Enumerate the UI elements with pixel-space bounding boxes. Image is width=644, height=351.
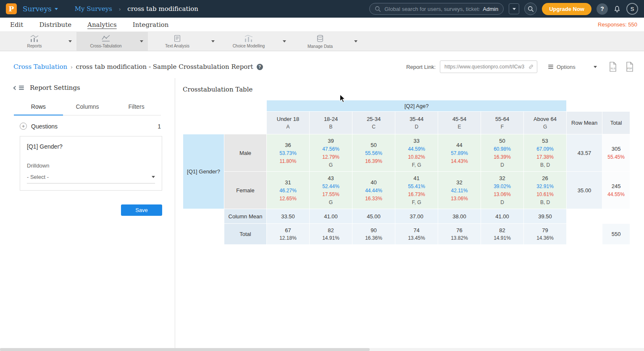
user-avatar[interactable]: S	[626, 3, 638, 15]
section-nav: Edit Distribute Analytics Integration Re…	[0, 18, 644, 32]
search-scope-dropdown[interactable]	[509, 3, 519, 14]
column-mean-cell: 41.00	[310, 209, 352, 224]
topbar: P Surveys My Surveys › cross tab modific…	[0, 0, 644, 18]
data-cell: 3344.59%10.82%F, G	[395, 134, 438, 172]
column-header: 18-24B	[310, 112, 352, 134]
notifications-bell-icon[interactable]	[613, 5, 621, 13]
row-label-male: Male	[224, 134, 267, 172]
save-button[interactable]: Save	[121, 204, 162, 216]
settings-tabs: Rows Columns Filters	[14, 99, 161, 115]
toolbar-item-cross-tabulation[interactable]: Cross-Tabulation	[76, 32, 148, 51]
data-cell: 4044.44%16.33%	[352, 172, 395, 209]
column-header: 35-44D	[395, 112, 438, 134]
column-group-header: [Q2] Age?	[267, 100, 567, 112]
column-header: 55-64F	[481, 112, 524, 134]
chevron-down-icon	[152, 176, 155, 178]
drilldown-label: Drilldown	[27, 162, 155, 169]
product-switcher[interactable]: Surveys	[23, 5, 58, 13]
report-header-bar: Cross Tabulation › cross tab modificatio…	[0, 51, 644, 78]
column-header: Under 18A	[267, 112, 310, 134]
search-icon	[528, 6, 534, 12]
question-card[interactable]: [Q1] Gender? Drilldown - Select -	[20, 136, 162, 191]
toolbar-item-reports[interactable]: Reports	[5, 32, 76, 51]
breadcrumb-separator: ›	[119, 6, 121, 12]
analytics-toolbar: Reports Cross-Tabulation Text Analysis C…	[0, 32, 644, 51]
export-xls-button[interactable]: XLS	[609, 62, 617, 72]
row-mean-cell: 43.57	[567, 134, 602, 172]
column-mean-cell: 41.00	[481, 209, 524, 224]
total-row-cell: 6712.18%	[267, 224, 310, 245]
report-link-label: Report Link:	[406, 64, 436, 70]
help-icon[interactable]: ?	[257, 64, 263, 70]
responses-count: Responses: 550	[598, 21, 637, 28]
help-button[interactable]: ?	[597, 3, 608, 15]
link-icon[interactable]	[528, 63, 534, 70]
report-link-input[interactable]	[440, 60, 537, 73]
total-row-cell: 8214.91%	[481, 224, 524, 245]
tab-rows[interactable]: Rows	[14, 99, 63, 115]
toolbar-label: Reports	[27, 44, 42, 48]
tab-distribute[interactable]: Distribute	[39, 21, 71, 29]
total-row-label: Total	[224, 224, 267, 245]
toolbar-item-choice-modelling[interactable]: Choice Modelling	[219, 32, 291, 51]
global-search-input[interactable]	[384, 6, 479, 12]
data-cell: 3653.73%11.80%	[267, 134, 310, 172]
questionpro-logo[interactable]: P	[6, 3, 17, 14]
options-dropdown[interactable]: Options	[548, 64, 597, 70]
crosstab-table: [Q2] Age? Under 18A 18-24B 25-34C 35-44D…	[183, 100, 630, 245]
crosstab-main: Crosstabulation Table [Q2] Age? Under 18…	[175, 78, 644, 351]
table-row-male: [Q1] Gender? Male 3653.73%11.80% 3947.56…	[183, 134, 630, 172]
cross-tabulation-dropdown-caret[interactable]	[135, 32, 148, 51]
row-mean-cell: 35.00	[567, 172, 602, 209]
tab-columns[interactable]: Columns	[63, 99, 112, 115]
drilldown-selected-value: - Select -	[27, 174, 49, 180]
total-row-cell: 9016.36%	[352, 224, 395, 245]
data-cell: 4457.89%14.43%	[438, 134, 481, 172]
crosstab-section-title: Crosstabulation Table	[183, 86, 634, 93]
toolbar-label: Text Analysis	[165, 44, 189, 48]
column-header: 45-54E	[438, 112, 481, 134]
scrollbar-thumb[interactable]	[0, 348, 370, 351]
tab-integration[interactable]: Integration	[133, 21, 169, 29]
options-label: Options	[557, 64, 576, 70]
question-title: [Q1] Gender?	[27, 143, 155, 150]
column-mean-row: Column Mean 33.50 41.00 45.00 37.00 38.0…	[183, 209, 630, 224]
pdf-icon: PDF	[626, 62, 634, 72]
add-question-icon[interactable]	[20, 123, 27, 130]
tab-filters[interactable]: Filters	[112, 99, 161, 115]
my-surveys-link[interactable]: My Surveys	[75, 5, 112, 13]
search-button[interactable]	[524, 3, 537, 15]
cross-tabulation-breadcrumb-link[interactable]: Cross Tabulation	[13, 63, 67, 71]
choice-modelling-dropdown-caret[interactable]	[278, 32, 291, 51]
manage-data-dropdown-caret[interactable]	[350, 32, 362, 51]
export-pdf-button[interactable]: PDF	[626, 62, 634, 72]
total-row-cell: 7613.82%	[438, 224, 481, 245]
drilldown-select[interactable]: - Select -	[27, 174, 155, 183]
toolbar-item-manage-data[interactable]: Manage Data	[291, 32, 362, 51]
upgrade-button[interactable]: Upgrade Now	[542, 3, 591, 15]
toolbar-label: Manage Data	[308, 44, 333, 49]
data-cell: 4155.41%16.73%F, G	[395, 172, 438, 209]
collapse-panel-button[interactable]	[14, 85, 24, 91]
data-cell: 3239.02%13.06%D	[481, 172, 524, 209]
questions-count: 1	[158, 123, 161, 130]
search-icon	[375, 6, 381, 12]
horizontal-scrollbar[interactable]	[0, 348, 644, 351]
report-title: cross tab modification - Sample Crosstab…	[76, 63, 253, 71]
global-search[interactable]: Admin	[369, 3, 504, 15]
questions-label: Questions	[31, 123, 58, 130]
text-analysis-dropdown-caret[interactable]	[207, 32, 219, 51]
tab-analytics[interactable]: Analytics	[87, 21, 117, 29]
data-cell: 5060.98%16.39%D	[481, 134, 524, 172]
grand-total-cell: 550	[602, 224, 630, 245]
reports-dropdown-caret[interactable]	[64, 32, 76, 51]
data-cell: 3947.56%12.79%G	[310, 134, 352, 172]
toolbar-item-text-analysis[interactable]: Text Analysis	[148, 32, 219, 51]
row-group-header: [Q1] Gender?	[183, 134, 224, 209]
data-cell: 5367.09%17.38%B, D	[524, 134, 567, 172]
column-group-row: [Q2] Age?	[183, 100, 630, 112]
column-mean-cell: 33.50	[267, 209, 310, 224]
tab-edit[interactable]: Edit	[10, 21, 23, 29]
breadcrumb-separator: ›	[71, 64, 72, 70]
current-survey-title: cross tab modification	[127, 5, 198, 13]
